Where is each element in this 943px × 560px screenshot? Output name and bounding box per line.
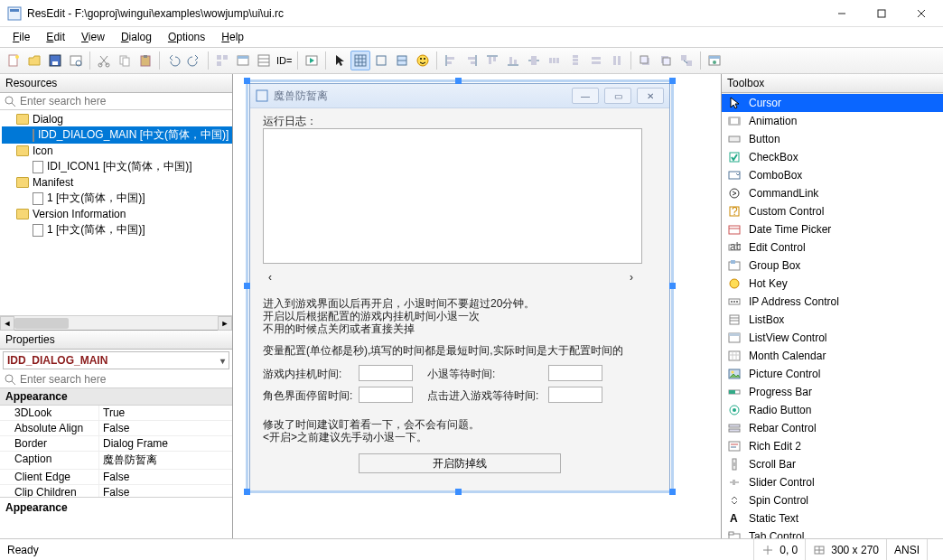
run-icon[interactable]: [302, 51, 322, 70]
prop-group-appearance[interactable]: Appearance: [0, 388, 232, 406]
tool-radio[interactable]: Radio Button: [722, 401, 943, 419]
align-bottom-icon[interactable]: [503, 51, 523, 70]
tool-rebar[interactable]: Rebar Control: [722, 419, 943, 437]
res-version-1[interactable]: 1 [中文(简体，中国)]: [2, 221, 232, 238]
paste-icon[interactable]: [135, 51, 155, 70]
close-button[interactable]: [901, 1, 941, 26]
redo-icon[interactable]: [184, 51, 204, 70]
tool-listview[interactable]: ListView Control: [722, 329, 943, 347]
tool-ipaddr[interactable]: IP Address Control: [722, 293, 943, 311]
designer-area[interactable]: 魔兽防暂离 — ▭ ✕ 运行日志： ‹› 进入到游戏界面以后再开启，小退时间不要…: [233, 74, 721, 538]
menu-file[interactable]: File: [5, 29, 37, 45]
grid-icon[interactable]: [350, 51, 370, 70]
maximize-button[interactable]: [862, 1, 901, 26]
tool-button[interactable]: Button: [722, 130, 943, 148]
bring-front-icon[interactable]: [635, 51, 655, 70]
edit-hang-time[interactable]: [359, 365, 413, 381]
tool-edit[interactable]: ablEdit Control: [722, 238, 943, 257]
preview-icon[interactable]: [66, 51, 86, 70]
tool-checkbox[interactable]: CheckBox: [722, 148, 943, 166]
resources-search-input[interactable]: [20, 95, 229, 107]
tool-slider[interactable]: Slider Control: [722, 473, 943, 491]
center-h-icon[interactable]: [524, 51, 544, 70]
toolbox-list[interactable]: Cursor Animation Button CheckBox ComboBo…: [722, 93, 943, 538]
res-dialog-main[interactable]: IDD_DIALOG_MAIN [中文(简体，中国)]: [2, 126, 232, 144]
edit-char-stay[interactable]: [359, 387, 413, 403]
smiley-icon[interactable]: [413, 51, 433, 70]
align-left-icon[interactable]: [441, 51, 461, 70]
tool-richedit[interactable]: Rich Edit 2: [722, 437, 943, 455]
res-tree-icon[interactable]: [212, 51, 232, 70]
undo-icon[interactable]: [163, 51, 183, 70]
tab-order-icon[interactable]: [677, 51, 696, 70]
folder-manifest[interactable]: Manifest: [2, 175, 232, 190]
menu-edit[interactable]: Edit: [39, 29, 72, 45]
send-back-icon[interactable]: [656, 51, 676, 70]
res-icon1[interactable]: IDI_ICON1 [中文(简体，中国)]: [2, 158, 232, 175]
folder-version[interactable]: Version Information: [2, 207, 232, 221]
id-label: ID=: [275, 55, 294, 66]
tool-progressbar[interactable]: Progress Bar: [722, 383, 943, 401]
tool-static[interactable]: AStatic Text: [722, 509, 943, 527]
start-button[interactable]: 开启防掉线: [359, 453, 561, 473]
menu-view[interactable]: View: [74, 29, 112, 45]
tool-tab[interactable]: Tab Control: [722, 527, 943, 538]
properties-object-combo[interactable]: IDD_DIALOG_MAIN▾: [3, 351, 229, 369]
status-grip[interactable]: [927, 539, 943, 560]
dialog-new-icon[interactable]: [233, 51, 253, 70]
edit-enter-wait[interactable]: [548, 387, 602, 403]
tool-combobox[interactable]: ComboBox: [722, 166, 943, 184]
test-dialog-icon[interactable]: [705, 51, 724, 70]
resources-tree[interactable]: Dialog IDD_DIALOG_MAIN [中文(简体，中国)] Icon …: [0, 110, 232, 315]
tool-animation[interactable]: Animation: [722, 112, 943, 130]
new-icon[interactable]: [4, 51, 23, 70]
tool-spin[interactable]: Spin Control: [722, 491, 943, 509]
folder-dialog[interactable]: Dialog: [2, 112, 232, 126]
same-height-icon[interactable]: [607, 51, 627, 70]
menu-options[interactable]: Options: [161, 29, 212, 45]
copy-icon[interactable]: [115, 51, 135, 70]
tool-hotkey[interactable]: Hot Key: [722, 275, 943, 293]
space-v-icon[interactable]: [565, 51, 585, 70]
svg-rect-32: [377, 56, 386, 65]
align-right-icon[interactable]: [462, 51, 481, 70]
open-icon[interactable]: [24, 51, 44, 70]
lock-icon[interactable]: [392, 51, 412, 70]
pointer-icon[interactable]: [330, 51, 350, 70]
align-top-icon[interactable]: [482, 51, 502, 70]
svg-point-71: [713, 61, 716, 64]
resources-hscroll[interactable]: ◄►: [0, 315, 232, 330]
dlg-close-button[interactable]: ✕: [637, 88, 664, 104]
cut-icon[interactable]: [94, 51, 114, 70]
prop-row: Absolute AlignFalse: [0, 421, 232, 436]
log-textarea[interactable]: [263, 128, 642, 264]
tool-datetime[interactable]: Date Time Picker: [722, 220, 943, 238]
label-hang-time: 游戏内挂机时间:: [263, 367, 341, 382]
save-icon[interactable]: [45, 51, 65, 70]
status-size: 300 x 270: [805, 539, 886, 560]
dialog-preview[interactable]: 魔兽防暂离 — ▭ ✕ 运行日志： ‹› 进入到游戏界面以后再开启，小退时间不要…: [249, 83, 670, 491]
properties-search-input[interactable]: [20, 373, 229, 386]
minimize-button[interactable]: [822, 1, 862, 26]
svg-point-35: [417, 55, 428, 66]
menu-help[interactable]: Help: [214, 29, 251, 45]
tool-monthcal[interactable]: Month Calendar: [722, 347, 943, 365]
menu-dialog[interactable]: Dialog: [114, 29, 159, 45]
edit-logout-wait[interactable]: [548, 365, 602, 381]
space-h-icon[interactable]: [545, 51, 565, 70]
tool-listbox[interactable]: ListBox: [722, 311, 943, 329]
folder-icon[interactable]: Icon: [2, 144, 232, 158]
dlg-minimize-button[interactable]: —: [572, 88, 599, 104]
dlg-maximize-button[interactable]: ▭: [604, 88, 631, 104]
same-width-icon[interactable]: [586, 51, 606, 70]
tool-picture[interactable]: Picture Control: [722, 365, 943, 383]
tool-commandlink[interactable]: CommandLink: [722, 184, 943, 202]
tool-custom[interactable]: ?Custom Control: [722, 202, 943, 220]
props-icon[interactable]: [254, 51, 274, 70]
properties-grid[interactable]: Appearance 3DLookTrue Absolute AlignFals…: [0, 388, 232, 497]
res-manifest-1[interactable]: 1 [中文(简体，中国)]: [2, 190, 232, 207]
tool-cursor[interactable]: Cursor: [722, 94, 943, 112]
tool-scrollbar[interactable]: Scroll Bar: [722, 455, 943, 473]
snap-icon[interactable]: [371, 51, 391, 70]
tool-groupbox[interactable]: Group Box: [722, 257, 943, 275]
